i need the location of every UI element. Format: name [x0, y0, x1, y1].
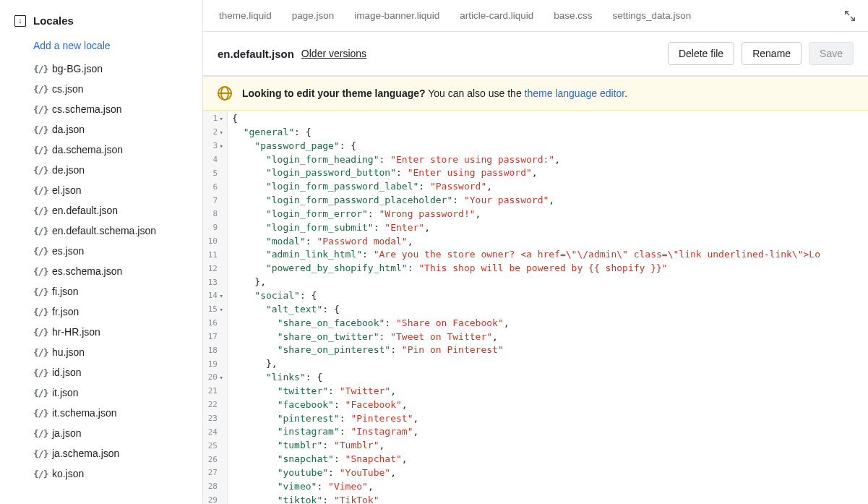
- code-line[interactable]: "modal": "Password modal",: [232, 235, 868, 249]
- code-line[interactable]: "youtube": "YouTube",: [232, 466, 868, 480]
- sidebar-file-item[interactable]: {/}es.schema.json: [0, 261, 202, 281]
- code-line[interactable]: "login_form_password_placeholder": "Your…: [232, 194, 868, 208]
- banner-mid: You can also use the: [426, 87, 525, 99]
- gutter-line: 23: [203, 412, 225, 426]
- code-line[interactable]: "snapchat": "Snapchat",: [232, 453, 868, 466]
- gutter-line: 8: [203, 208, 225, 221]
- tab[interactable]: base.css: [543, 0, 602, 31]
- json-file-icon: {/}: [33, 205, 48, 216]
- file-label: de.json: [52, 164, 85, 176]
- expand-icon[interactable]: [843, 9, 856, 22]
- tab[interactable]: theme.liquid: [209, 0, 282, 31]
- sidebar-file-item[interactable]: {/}es.json: [0, 241, 202, 261]
- theme-language-editor-link[interactable]: theme language editor: [525, 87, 625, 99]
- sidebar-file-item[interactable]: {/}fi.json: [0, 281, 202, 302]
- tab[interactable]: article-card.liquid: [450, 0, 543, 31]
- file-label: it.json: [52, 387, 79, 398]
- json-file-icon: {/}: [33, 388, 48, 398]
- code-line[interactable]: "social": {: [232, 289, 868, 303]
- sidebar-file-item[interactable]: {/}bg-BG.json: [0, 59, 202, 79]
- gutter-line: 1▾: [203, 112, 225, 126]
- code-line[interactable]: "share_on_facebook": "Share on Facebook"…: [232, 317, 868, 330]
- gutter-line: 18: [203, 343, 225, 357]
- banner-suffix: .: [624, 87, 627, 99]
- json-file-icon: {/}: [33, 428, 48, 439]
- code-editor[interactable]: 1▾2▾3▾4567891011121314▾15▾1617181920▾212…: [203, 111, 868, 504]
- tab[interactable]: settings_data.json: [603, 0, 702, 31]
- code-line[interactable]: "facebook": "Facebook",: [232, 398, 868, 412]
- save-button[interactable]: Save: [809, 42, 854, 65]
- download-icon[interactable]: [14, 15, 26, 27]
- json-file-icon: {/}: [33, 84, 48, 95]
- sidebar-file-item[interactable]: {/}cs.json: [0, 79, 202, 99]
- sidebar-file-item[interactable]: {/}de.json: [0, 160, 202, 180]
- code-line[interactable]: "vimeo": "Vimeo",: [232, 480, 868, 494]
- code-line[interactable]: "admin_link_html": "Are you the store ow…: [232, 248, 868, 262]
- file-label: en.default.schema.json: [52, 225, 156, 236]
- file-label: ko.json: [52, 468, 84, 479]
- sidebar-file-item[interactable]: {/}cs.schema.json: [0, 99, 202, 119]
- code-line[interactable]: "share_on_pinterest": "Pin on Pinterest": [232, 343, 868, 357]
- code-line[interactable]: "links": {: [232, 371, 868, 385]
- code-line[interactable]: "pinterest": "Pinterest",: [232, 412, 868, 426]
- gutter-line: 15▾: [203, 303, 225, 317]
- editor-code[interactable]: { "general": { "password_page": { "login…: [228, 111, 868, 504]
- code-line[interactable]: "powered_by_shopify_html": "This shop wi…: [232, 262, 868, 276]
- code-line[interactable]: "login_form_error": "Wrong password!",: [232, 208, 868, 221]
- sidebar-file-item[interactable]: {/}hu.json: [0, 342, 202, 362]
- sidebar-file-item[interactable]: {/}fr.json: [0, 302, 202, 322]
- file-label: en.default.json: [52, 205, 118, 216]
- file-label: hu.json: [52, 346, 85, 358]
- code-line[interactable]: "general": {: [232, 126, 868, 140]
- gutter-line: 28: [203, 480, 225, 494]
- sidebar-file-item[interactable]: {/}el.json: [0, 180, 202, 200]
- tab[interactable]: image-banner.liquid: [344, 0, 450, 31]
- code-line[interactable]: },: [232, 357, 868, 371]
- code-line[interactable]: "tiktok": "TikTok": [232, 494, 868, 504]
- older-versions-link[interactable]: Older versions: [301, 48, 366, 59]
- code-line[interactable]: "tumblr": "Tumblr",: [232, 439, 868, 453]
- gutter-line: 20▾: [203, 371, 225, 385]
- sidebar-title: Locales: [33, 14, 74, 27]
- gutter-line: 14▾: [203, 289, 225, 303]
- code-line[interactable]: "twitter": "Twitter",: [232, 385, 868, 398]
- sidebar-file-item[interactable]: {/}ko.json: [0, 464, 202, 484]
- sidebar-file-item[interactable]: {/}ja.json: [0, 423, 202, 443]
- gutter-line: 27: [203, 466, 225, 480]
- code-line[interactable]: "instagram": "Instagram",: [232, 425, 868, 439]
- gutter-line: 4: [203, 153, 225, 167]
- sidebar-file-item[interactable]: {/}ja.schema.json: [0, 443, 202, 464]
- gutter-line: 19: [203, 357, 225, 371]
- code-line[interactable]: {: [232, 112, 868, 126]
- code-line[interactable]: "login_form_password_label": "Password",: [232, 180, 868, 194]
- sidebar-file-item[interactable]: {/}en.default.schema.json: [0, 221, 202, 241]
- sidebar-file-item[interactable]: {/}hr-HR.json: [0, 322, 202, 342]
- gutter-line: 22: [203, 398, 225, 412]
- language-banner: Looking to edit your theme language? You…: [203, 76, 868, 111]
- rename-button[interactable]: Rename: [742, 42, 802, 65]
- code-line[interactable]: "login_form_submit": "Enter",: [232, 221, 868, 235]
- gutter-line: 26: [203, 453, 225, 466]
- sidebar-file-item[interactable]: {/}da.json: [0, 119, 202, 140]
- json-file-icon: {/}: [33, 408, 48, 419]
- gutter-line: 3▾: [203, 140, 225, 153]
- tab[interactable]: page.json: [282, 0, 345, 31]
- gutter-line: 7: [203, 194, 225, 208]
- sidebar-file-item[interactable]: {/}en.default.json: [0, 200, 202, 221]
- code-line[interactable]: "share_on_twitter": "Tweet on Twitter",: [232, 330, 868, 344]
- sidebar-file-item[interactable]: {/}it.schema.json: [0, 403, 202, 423]
- code-line[interactable]: "login_password_button": "Enter using pa…: [232, 166, 868, 180]
- gutter-line: 5: [203, 166, 225, 180]
- gutter-line: 9: [203, 221, 225, 235]
- main: theme.liquidpage.jsonimage-banner.liquid…: [203, 0, 868, 504]
- code-line[interactable]: "alt_text": {: [232, 303, 868, 317]
- sidebar-file-item[interactable]: {/}it.json: [0, 383, 202, 403]
- delete-file-button[interactable]: Delete file: [668, 42, 734, 65]
- code-line[interactable]: "login_form_heading": "Enter store using…: [232, 153, 868, 167]
- sidebar-file-item[interactable]: {/}da.schema.json: [0, 140, 202, 160]
- code-line[interactable]: "password_page": {: [232, 140, 868, 153]
- add-locale-link[interactable]: Add a new locale: [0, 35, 202, 59]
- code-line[interactable]: },: [232, 276, 868, 289]
- sidebar-file-item[interactable]: {/}id.json: [0, 362, 202, 383]
- banner-text: Looking to edit your theme language? You…: [242, 87, 627, 99]
